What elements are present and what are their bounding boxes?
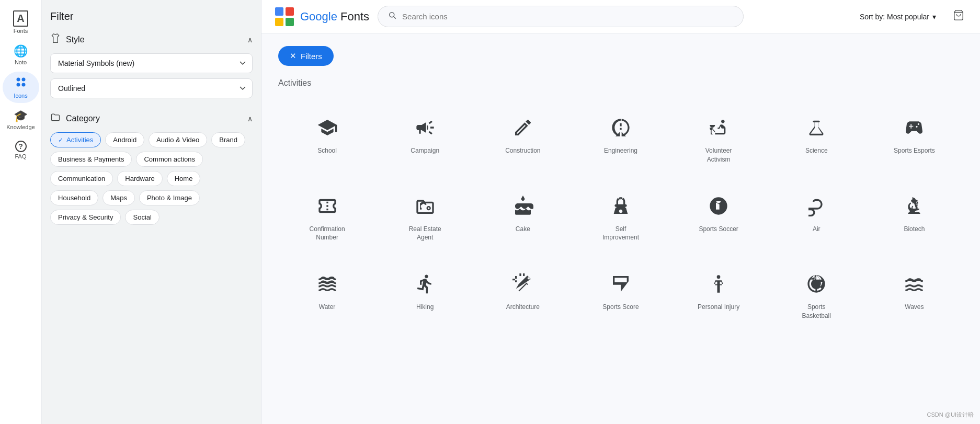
chip-hardware[interactable]: Hardware — [117, 171, 162, 186]
confirmation-number-label: Confirmation Number — [304, 225, 351, 243]
style-symbol-select[interactable]: Material Symbols (new) — [50, 53, 253, 73]
icon-architecture[interactable]: Architecture — [474, 257, 572, 331]
sports-score-icon — [608, 271, 633, 296]
fonts-label: Fonts — [14, 28, 28, 34]
knowledge-icon: 🎓 — [14, 109, 28, 123]
svg-point-1 — [21, 78, 25, 82]
chip-brand[interactable]: Brand — [211, 132, 245, 147]
volunteer-activism-label: Volunteer Activism — [695, 146, 742, 164]
sidebar-item-noto[interactable]: 🌐 Noto — [3, 40, 39, 70]
real-estate-agent-label: Real Estate Agent — [402, 225, 449, 243]
icon-biotech[interactable]: Biotech — [865, 179, 963, 253]
chip-android[interactable]: Android — [105, 132, 144, 147]
sports-score-label: Sports Score — [602, 303, 639, 312]
chip-communication[interactable]: Communication — [50, 171, 113, 186]
icon-engineering[interactable]: Engineering — [572, 100, 669, 175]
icon-construction[interactable]: Construction — [474, 100, 572, 175]
chip-household[interactable]: Household — [50, 190, 98, 205]
filter-sidebar: Filter Style ∧ Material Symbols (new) Ou… — [42, 0, 261, 424]
cake-label: Cake — [516, 225, 530, 234]
campaign-label: Campaign — [411, 146, 439, 155]
icon-sports-soccer[interactable]: Sports Soccer — [670, 179, 768, 253]
chip-maps[interactable]: Maps — [102, 190, 135, 205]
search-bar[interactable] — [378, 6, 744, 27]
icon-air[interactable]: Air — [768, 179, 865, 253]
icon-personal-injury[interactable]: Personal Injury — [670, 257, 768, 331]
knowledge-label: Knowledge — [6, 124, 35, 130]
personal-injury-label: Personal Injury — [698, 303, 739, 312]
chip-common-actions[interactable]: Common actions — [136, 152, 203, 167]
icon-volunteer-activism[interactable]: Volunteer Activism — [670, 100, 768, 175]
style-collapse-chevron[interactable]: ∧ — [247, 36, 253, 44]
biotech-icon — [902, 193, 927, 219]
google-logo-icon — [274, 6, 295, 27]
icon-school[interactable]: School — [278, 100, 376, 175]
sports-basketball-label: Sports Basketball — [793, 303, 840, 320]
noto-label: Noto — [15, 59, 27, 65]
icon-campaign[interactable]: Campaign — [376, 100, 474, 175]
icon-self-improvement[interactable]: Self Improvement — [572, 179, 669, 253]
chip-activities[interactable]: ✓ Activities — [50, 132, 101, 147]
filters-button[interactable]: ✕ Filters — [278, 46, 334, 66]
sort-button[interactable]: Sort by: Most popular ▾ — [854, 9, 941, 24]
icons-row-3: Water Hiking Architecture — [278, 257, 963, 331]
logo-text: Google Fonts — [300, 10, 369, 24]
icon-cake[interactable]: Cake — [474, 179, 572, 253]
self-improvement-label: Self Improvement — [597, 225, 644, 243]
chip-audio-video[interactable]: Audio & Video — [149, 132, 207, 147]
icon-real-estate-agent[interactable]: Real Estate Agent — [376, 179, 474, 253]
category-collapse-chevron[interactable]: ∧ — [247, 114, 253, 123]
icon-waves[interactable]: Waves — [865, 257, 963, 331]
svg-point-10 — [717, 276, 721, 279]
sidebar-item-fonts[interactable]: A Fonts — [3, 6, 39, 38]
google-fonts-logo[interactable]: Google Fonts — [274, 6, 369, 27]
icon-sports-esports[interactable]: Sports Esports — [865, 100, 963, 175]
style-variant-select[interactable]: Outlined — [50, 78, 253, 98]
style-section-title: Style — [50, 33, 85, 46]
svg-point-3 — [21, 83, 25, 87]
waves-icon — [902, 271, 927, 296]
icon-sports-score[interactable]: Sports Score — [572, 257, 669, 331]
fonts-icon: A — [13, 10, 28, 27]
cake-icon — [510, 193, 535, 219]
icons-icon — [15, 76, 27, 91]
construction-label: Construction — [505, 146, 540, 155]
icon-hiking[interactable]: Hiking — [376, 257, 474, 331]
svg-point-0 — [16, 78, 20, 82]
icon-water[interactable]: Water — [278, 257, 376, 331]
top-header: Google Fonts Sort by: Most popular ▾ — [261, 0, 980, 33]
sidebar-item-icons[interactable]: Icons — [3, 72, 39, 103]
category-chips-container: ✓ Activities Android Audio & Video Brand… — [50, 132, 253, 225]
category-section-header: Category ∧ — [50, 112, 253, 125]
sort-label: Sort by: Most popular — [860, 13, 929, 21]
icons-row-1: School Campaign Construction — [278, 100, 963, 175]
science-icon — [804, 115, 829, 140]
filters-label: Filters — [301, 52, 322, 61]
search-input[interactable] — [402, 12, 734, 21]
icon-sports-basketball[interactable]: Sports Basketball — [768, 257, 865, 331]
sidebar-item-knowledge[interactable]: 🎓 Knowledge — [3, 105, 39, 134]
construction-icon — [510, 115, 535, 140]
svg-point-2 — [16, 83, 20, 87]
school-icon — [315, 115, 340, 140]
faq-icon: ? — [15, 141, 27, 152]
science-label: Science — [805, 146, 828, 155]
noto-icon: 🌐 — [14, 44, 28, 58]
chip-privacy-security[interactable]: Privacy & Security — [50, 210, 121, 225]
chip-home[interactable]: Home — [167, 171, 201, 186]
chip-photo-image[interactable]: Photo & Image — [139, 190, 200, 205]
biotech-label: Biotech — [904, 225, 925, 234]
icon-science[interactable]: Science — [768, 100, 865, 175]
chip-social[interactable]: Social — [125, 210, 159, 225]
sidebar-item-faq[interactable]: ? FAQ — [3, 136, 39, 164]
air-icon — [804, 193, 829, 219]
icon-confirmation-number[interactable]: Confirmation Number — [278, 179, 376, 253]
confirmation-number-icon — [315, 193, 340, 219]
cart-icon[interactable] — [950, 6, 967, 27]
chip-business-payments[interactable]: Business & Payments — [50, 152, 132, 167]
tshirt-icon — [50, 33, 61, 46]
sort-chevron-icon: ▾ — [932, 13, 936, 21]
architecture-icon — [510, 271, 535, 296]
icons-row-2: Confirmation Number Real Estate Agent Ca… — [278, 179, 963, 253]
category-section-title: Category — [50, 112, 100, 125]
